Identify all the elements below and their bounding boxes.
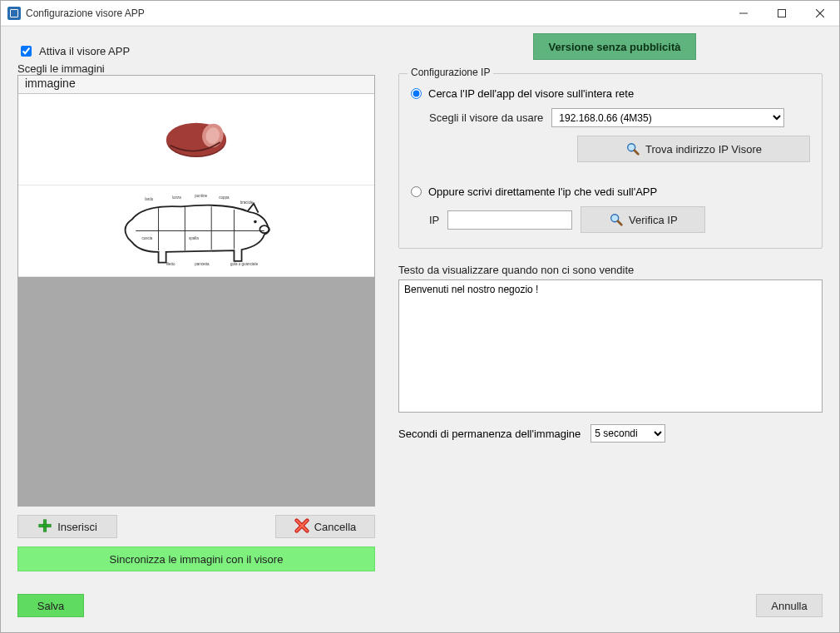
left-column: Attiva il visore APP Scegli le immagini … — [17, 43, 375, 571]
ip-config-group: Configurazione IP Cerca l'IP dell'app de… — [398, 73, 823, 249]
seconds-label: Secondi di permanenza dell'immagine — [398, 428, 581, 440]
ip-label: IP — [429, 214, 439, 226]
svg-text:lardo: lardo — [145, 197, 154, 201]
images-list-empty-area — [18, 277, 374, 506]
sync-button[interactable]: Sincronizza le immagini con il visore — [17, 546, 375, 571]
radio-manual-label: Oppure scrivi direttamente l'ip che vedi… — [428, 185, 657, 198]
search-icon — [625, 141, 640, 156]
radio-search-network-row[interactable]: Cerca l'IP dell'app del visore sull'inte… — [411, 87, 810, 100]
save-button[interactable]: Salva — [17, 594, 84, 617]
svg-point-8 — [259, 225, 269, 233]
svg-text:braciole: braciole — [240, 200, 254, 205]
svg-rect-26 — [39, 524, 51, 527]
window-title: Configurazione visore APP — [26, 7, 145, 19]
delete-label: Cancella — [314, 521, 357, 533]
ip-config-title: Configurazione IP — [408, 67, 493, 78]
activate-checkbox[interactable] — [21, 46, 32, 57]
save-label: Salva — [37, 600, 65, 612]
choose-images-label: Scegli le immagini — [17, 62, 375, 75]
titlebar: Configurazione visore APP — [1, 1, 839, 26]
idle-text-textarea[interactable] — [398, 279, 823, 413]
viewer-select[interactable]: 192.168.0.66 (4M35) — [551, 108, 784, 127]
activate-label: Attiva il visore APP — [39, 45, 130, 57]
maximize-button[interactable] — [763, 1, 801, 26]
delete-x-icon — [294, 518, 309, 536]
radio-manual-ip-row[interactable]: Oppure scrivi direttamente l'ip che vedi… — [411, 185, 810, 198]
svg-text:filetto: filetto — [166, 262, 175, 266]
sync-label: Sincronizza le immagini con il visore — [110, 553, 284, 566]
svg-text:gola o guanciale: gola o guanciale — [230, 262, 258, 266]
main-body: Versione senza pubblicità Attiva il viso… — [1, 26, 839, 589]
find-ip-button[interactable]: Trova indirizzo IP Visore — [577, 136, 810, 162]
search-icon — [609, 212, 624, 227]
insert-label: Inserisci — [57, 521, 97, 533]
version-no-ads-button[interactable]: Versione senza pubblicità — [533, 33, 696, 60]
activate-checkbox-row[interactable]: Attiva il visore APP — [17, 43, 375, 59]
insert-button[interactable]: Inserisci — [17, 515, 117, 538]
list-item[interactable] — [18, 94, 374, 185]
svg-text:puntine: puntine — [195, 195, 207, 199]
images-list-body[interactable]: lardo lonza puntine coppa braciole cosci… — [18, 94, 374, 277]
svg-rect-1 — [778, 9, 786, 17]
images-column-header[interactable]: immagine — [18, 76, 374, 94]
svg-point-9 — [254, 220, 257, 224]
verify-ip-button[interactable]: Verifica IP — [581, 206, 705, 233]
svg-text:coppa: coppa — [219, 195, 230, 200]
window: Configurazione visore APP Versione senza… — [0, 0, 840, 633]
svg-text:spalla: spalla — [189, 236, 199, 240]
plus-icon — [37, 518, 52, 536]
footer: Salva Annulla — [1, 589, 839, 632]
right-column: Configurazione IP Cerca l'IP dell'app de… — [398, 43, 823, 571]
verify-ip-label: Verifica IP — [629, 214, 678, 226]
svg-text:coscia: coscia — [142, 236, 153, 240]
seconds-select[interactable]: 5 secondi — [590, 424, 665, 443]
svg-text:pancetta: pancetta — [195, 262, 210, 266]
radio-manual-ip[interactable] — [411, 186, 422, 197]
cancel-label: Annulla — [771, 600, 807, 612]
list-item[interactable]: lardo lonza puntine coppa braciole cosci… — [18, 185, 374, 277]
idle-text-label: Testo da visualizzare quando non ci sono… — [398, 264, 823, 276]
app-icon — [7, 7, 21, 20]
delete-button[interactable]: Cancella — [275, 515, 375, 538]
images-list: immagine — [17, 75, 375, 507]
close-button[interactable] — [801, 1, 839, 26]
choose-viewer-label: Scegli il visore da usare — [429, 111, 543, 124]
svg-line-30 — [635, 151, 639, 155]
ip-input[interactable] — [447, 210, 572, 230]
pig-diagram-icon: lardo lonza puntine coppa braciole cosci… — [113, 191, 279, 270]
ham-image-icon — [159, 116, 234, 162]
svg-line-32 — [618, 221, 622, 225]
cancel-button[interactable]: Annulla — [756, 594, 823, 617]
radio-search-label: Cerca l'IP dell'app del visore sull'inte… — [428, 87, 634, 100]
minimize-button[interactable] — [724, 1, 763, 26]
svg-text:lonza: lonza — [172, 195, 181, 200]
radio-search-network[interactable] — [411, 88, 422, 99]
find-ip-label: Trova indirizzo IP Visore — [645, 143, 762, 156]
